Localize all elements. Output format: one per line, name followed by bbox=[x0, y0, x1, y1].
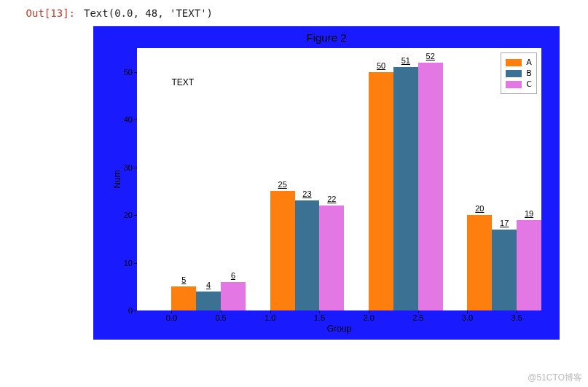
bar-A: 5 bbox=[171, 286, 196, 310]
legend-swatch bbox=[506, 81, 522, 88]
bar-A: 50 bbox=[369, 72, 393, 310]
legend-swatch bbox=[506, 59, 522, 66]
y-tick-mark bbox=[134, 215, 137, 216]
bar-A: 25 bbox=[270, 191, 295, 310]
bar-B: 51 bbox=[393, 67, 418, 310]
y-tick-label: 10 bbox=[124, 259, 133, 267]
bar-B: 17 bbox=[492, 230, 517, 310]
bar-value-label: 6 bbox=[231, 271, 235, 280]
legend-label: A bbox=[526, 58, 532, 67]
y-tick-label: 40 bbox=[124, 115, 133, 124]
x-tick-label: 2.5 bbox=[412, 313, 423, 322]
x-tick-label: 0.0 bbox=[166, 313, 177, 322]
y-tick-label: 20 bbox=[124, 211, 133, 219]
figure-container: Figure 2 546252322505152201719TEXT Num G… bbox=[93, 26, 573, 340]
bar-value-label: 50 bbox=[377, 61, 385, 70]
y-tick-mark bbox=[134, 263, 137, 264]
x-tick-label: 1.0 bbox=[264, 313, 275, 322]
bar-value-label: 25 bbox=[278, 180, 287, 189]
figure-title: Figure 2 bbox=[93, 31, 560, 44]
bar-value-label: 22 bbox=[327, 195, 336, 203]
y-tick-label: 30 bbox=[124, 163, 133, 172]
bar-value-label: 4 bbox=[206, 281, 211, 289]
y-tick-label: 50 bbox=[124, 68, 133, 77]
bar-A: 20 bbox=[467, 215, 492, 310]
x-tick-mark bbox=[270, 310, 271, 313]
legend-item: A bbox=[506, 58, 532, 67]
bar-C: 19 bbox=[517, 220, 541, 310]
x-tick-label: 3.5 bbox=[511, 313, 522, 322]
output-row: Out[13]: Text(0.0, 48, 'TEXT') bbox=[15, 7, 573, 19]
legend-swatch bbox=[506, 70, 522, 77]
x-tick-mark bbox=[369, 310, 369, 313]
bar-C: 22 bbox=[319, 206, 344, 310]
x-tick-mark bbox=[221, 310, 222, 313]
x-tick-mark bbox=[319, 310, 320, 313]
y-axis-label: Num bbox=[112, 170, 122, 188]
x-tick-mark bbox=[517, 310, 517, 313]
output-text: Text(0.0, 48, 'TEXT') bbox=[84, 7, 213, 19]
axes: 546252322505152201719TEXT Num Group ABC … bbox=[137, 48, 541, 310]
x-tick-label: 0.5 bbox=[215, 313, 226, 322]
plot-area: 546252322505152201719TEXT bbox=[137, 48, 541, 310]
legend-label: B bbox=[526, 69, 532, 78]
bar-B: 23 bbox=[295, 200, 320, 310]
annotation-text: TEXT bbox=[171, 77, 194, 87]
bar-value-label: 5 bbox=[181, 275, 186, 284]
y-tick-mark bbox=[134, 168, 137, 168]
bar-value-label: 52 bbox=[426, 52, 435, 60]
y-tick-label: 0 bbox=[128, 306, 133, 315]
bar-B: 4 bbox=[196, 292, 221, 310]
x-tick-mark bbox=[418, 310, 419, 313]
x-tick-label: 1.5 bbox=[314, 313, 325, 322]
bar-value-label: 20 bbox=[475, 204, 484, 213]
bar-value-label: 23 bbox=[302, 189, 311, 198]
x-tick-mark bbox=[171, 310, 172, 313]
bar-C: 52 bbox=[418, 63, 443, 310]
bar-value-label: 17 bbox=[500, 219, 509, 227]
figure: Figure 2 546252322505152201719TEXT Num G… bbox=[93, 26, 560, 340]
bar-value-label: 51 bbox=[401, 56, 410, 65]
legend: ABC bbox=[501, 52, 537, 94]
output-prompt: Out[13]: bbox=[15, 7, 84, 19]
legend-label: C bbox=[526, 79, 532, 89]
y-tick-mark bbox=[134, 120, 137, 120]
y-tick-mark bbox=[134, 310, 137, 311]
legend-item: C bbox=[506, 79, 532, 89]
bar-C: 6 bbox=[221, 282, 246, 310]
bar-value-label: 19 bbox=[525, 209, 533, 218]
y-tick-mark bbox=[134, 72, 137, 73]
x-tick-label: 3.0 bbox=[462, 313, 473, 322]
x-tick-label: 2.0 bbox=[363, 313, 374, 322]
legend-item: B bbox=[506, 69, 532, 78]
x-tick-mark bbox=[467, 310, 468, 313]
x-axis-label: Group bbox=[327, 324, 351, 334]
